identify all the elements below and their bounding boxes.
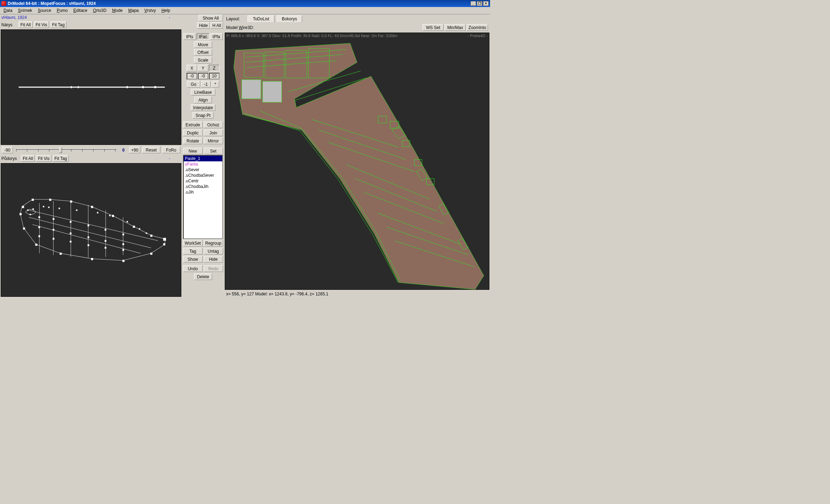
pudorys-fittag-button[interactable]: Fit Tag: [53, 155, 69, 162]
menu-data[interactable]: Data: [1, 7, 15, 14]
header-dash: -: [169, 15, 181, 20]
svg-rect-13: [150, 234, 152, 237]
go-button[interactable]: Go: [187, 81, 200, 88]
axis-y-button[interactable]: Y: [198, 65, 208, 71]
wire3d-viewport[interactable]: P: 686.8 x -953.6 V: 387.9 Otoc: 51.8 Po…: [225, 33, 489, 290]
svg-rect-22: [20, 213, 22, 215]
svg-rect-28: [123, 233, 124, 235]
list-item[interactable]: uFanta: [184, 161, 222, 167]
pudorys-fitall-button[interactable]: Fit All: [21, 155, 35, 162]
h-all-button[interactable]: H All: [210, 22, 223, 29]
val-z-input[interactable]: 10: [209, 73, 219, 79]
extrude-button[interactable]: Extrude: [183, 121, 203, 128]
join-button[interactable]: Join: [204, 130, 223, 136]
val-y-input[interactable]: -0: [198, 73, 208, 79]
svg-rect-34: [123, 243, 124, 245]
min-max-button[interactable]: Min/Max: [445, 24, 466, 31]
align-button[interactable]: Align: [194, 97, 212, 103]
new-button[interactable]: New: [183, 148, 203, 154]
svg-rect-32: [88, 236, 89, 238]
linebase-button[interactable]: LineBase: [191, 89, 215, 96]
svg-rect-42: [48, 206, 49, 208]
menu-mode[interactable]: Mode: [109, 7, 125, 14]
workset-button[interactable]: WorkSet: [183, 240, 203, 246]
menu-editace[interactable]: Editace: [70, 7, 90, 14]
svg-rect-19: [60, 253, 62, 255]
neg1-button[interactable]: -1: [201, 81, 211, 88]
interpolate-button[interactable]: Interpolate: [191, 104, 215, 111]
pudorys-viewport[interactable]: [1, 163, 181, 297]
rotate-neg90-button[interactable]: -90: [2, 147, 13, 153]
ochoz-button[interactable]: Ochoz: [204, 121, 223, 128]
hide-top-button[interactable]: Hide: [197, 22, 210, 29]
tfac-button[interactable]: tFac: [197, 33, 209, 40]
star-button[interactable]: *: [211, 81, 219, 88]
svg-rect-44: [76, 209, 77, 211]
val-x-input[interactable]: -0: [187, 73, 197, 79]
svg-rect-47: [127, 221, 128, 222]
menu-help[interactable]: Help: [159, 7, 173, 14]
delete-button[interactable]: Delete: [194, 273, 212, 280]
pudorys-fitvis-button[interactable]: Fit Vis: [36, 155, 51, 162]
menu-orto3d[interactable]: Orto3D: [90, 7, 110, 14]
narys-fitvis-button[interactable]: Fit Vis: [34, 21, 49, 28]
svg-rect-3: [126, 86, 128, 88]
hide-button[interactable]: Hide: [204, 256, 223, 262]
list-item[interactable]: Paste_1: [184, 156, 222, 161]
axis-z-button[interactable]: Z: [209, 65, 219, 71]
ws-set-button[interactable]: WS Set: [423, 24, 444, 31]
list-item[interactable]: .uChodbaSever: [184, 173, 222, 178]
tpts-button[interactable]: tPts: [183, 33, 196, 40]
svg-rect-51: [30, 214, 31, 215]
move-button[interactable]: Move: [194, 41, 212, 48]
menu-source[interactable]: Source: [35, 7, 54, 14]
show-button[interactable]: Show: [183, 256, 203, 262]
list-item[interactable]: .uChodbaJih: [184, 184, 222, 189]
object-list[interactable]: Paste_1 uFanta .uSever .uChodbaSever .uC…: [183, 155, 223, 239]
close-button[interactable]: ×: [483, 1, 489, 6]
svg-rect-25: [70, 221, 71, 223]
menu-snimek[interactable]: Snímek: [15, 7, 35, 14]
minimize-button[interactable]: _: [470, 1, 476, 6]
list-item[interactable]: .uCentr: [184, 178, 222, 184]
mirror-button[interactable]: Mirror: [204, 138, 223, 144]
snappt-button[interactable]: Snap Pt: [193, 112, 214, 119]
restore-button[interactable]: ❐: [477, 1, 482, 6]
tpfa-button[interactable]: tPfa: [210, 33, 223, 40]
zoom-into-button[interactable]: ZoomInto: [467, 24, 488, 31]
regroup-button[interactable]: Regroup: [204, 240, 223, 246]
narys-viewport[interactable]: [1, 29, 181, 145]
list-item[interactable]: .uSever: [184, 167, 222, 173]
duplic-button[interactable]: Duplic: [183, 130, 203, 136]
foro-button[interactable]: FoRo: [162, 147, 180, 153]
redo-button[interactable]: Redo: [204, 265, 223, 272]
show-all-button[interactable]: Show All: [198, 15, 223, 21]
rotate-slider[interactable]: [16, 149, 116, 150]
svg-rect-26: [88, 225, 89, 226]
rotate-button[interactable]: Rotate: [183, 138, 203, 144]
set-button[interactable]: Set: [204, 148, 223, 154]
rotate-reset-button[interactable]: Reset: [142, 147, 160, 153]
narys-fitall-button[interactable]: Fit All: [19, 21, 32, 28]
list-item[interactable]: .uJih: [184, 189, 222, 195]
svg-rect-31: [70, 232, 71, 234]
tab-todolist[interactable]: ToDoList: [247, 15, 274, 22]
axis-x-button[interactable]: X: [187, 65, 197, 71]
tag-button[interactable]: Tag: [183, 248, 203, 254]
undo-button[interactable]: Undo: [183, 265, 203, 272]
tab-bokorys[interactable]: Bokorys: [277, 15, 302, 22]
layout-label: Layout:: [226, 16, 240, 21]
menu-pumo[interactable]: Pumo: [54, 7, 70, 14]
untag-button[interactable]: Untag: [204, 248, 223, 254]
svg-rect-7: [32, 199, 34, 201]
svg-rect-24: [53, 218, 54, 220]
scale-button[interactable]: Scale: [194, 57, 212, 63]
rotate-plus90-button[interactable]: +90: [129, 147, 140, 153]
narys-fittag-button[interactable]: Fit Tag: [50, 21, 67, 28]
svg-rect-48: [139, 228, 140, 230]
svg-rect-35: [39, 235, 40, 237]
pudorys-dash: -: [169, 156, 181, 161]
menu-vrstvy[interactable]: Vrstvy: [141, 7, 159, 14]
offset-button[interactable]: Offset: [194, 49, 212, 56]
menu-mapa[interactable]: Mapa: [125, 7, 141, 14]
